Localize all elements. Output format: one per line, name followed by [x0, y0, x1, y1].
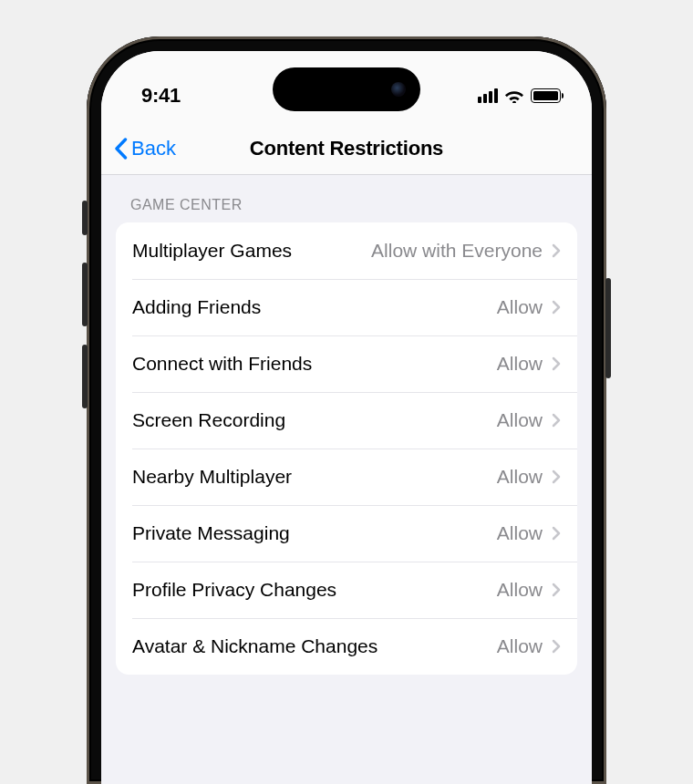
silence-switch: [82, 201, 88, 235]
chevron-left-icon: [114, 138, 128, 160]
chevron-right-icon: [552, 413, 561, 428]
screen: 9:41 Bac: [101, 51, 592, 784]
settings-list: Multiplayer Games Allow with Everyone Ad…: [116, 222, 577, 675]
front-camera-icon: [391, 82, 406, 97]
back-button[interactable]: Back: [114, 137, 176, 160]
row-label: Adding Friends: [132, 296, 497, 318]
content-area: GAME CENTER Multiplayer Games Allow with…: [101, 175, 592, 675]
row-label: Screen Recording: [132, 409, 497, 431]
row-nearby-multiplayer[interactable]: Nearby Multiplayer Allow: [116, 449, 577, 505]
row-multiplayer-games[interactable]: Multiplayer Games Allow with Everyone: [116, 222, 577, 279]
row-value: Allow: [497, 296, 543, 318]
status-time: 9:41: [141, 84, 181, 108]
row-value: Allow: [497, 409, 543, 431]
dynamic-island: [273, 67, 420, 111]
row-label: Multiplayer Games: [132, 240, 371, 262]
navigation-bar: Back Content Restrictions: [101, 122, 592, 175]
section-header: GAME CENTER: [101, 197, 592, 222]
chevron-right-icon: [552, 243, 561, 258]
row-value: Allow: [497, 579, 543, 601]
battery-icon: [531, 88, 561, 103]
row-label: Avatar & Nickname Changes: [132, 635, 497, 657]
volume-down-button: [82, 345, 88, 408]
row-label: Profile Privacy Changes: [132, 579, 497, 601]
volume-up-button: [82, 263, 88, 326]
chevron-right-icon: [552, 639, 561, 654]
row-value: Allow: [497, 466, 543, 488]
row-value: Allow: [497, 522, 543, 544]
power-button: [605, 278, 611, 378]
device-frame: 9:41 Bac: [0, 0, 693, 784]
row-connect-with-friends[interactable]: Connect with Friends Allow: [116, 335, 577, 392]
row-value: Allow: [497, 635, 543, 657]
row-label: Private Messaging: [132, 522, 497, 544]
row-value: Allow with Everyone: [371, 240, 543, 262]
cellular-signal-icon: [478, 88, 498, 103]
status-icons: [478, 88, 561, 103]
row-profile-privacy-changes[interactable]: Profile Privacy Changes Allow: [116, 562, 577, 618]
chevron-right-icon: [552, 526, 561, 541]
chevron-right-icon: [552, 300, 561, 315]
row-adding-friends[interactable]: Adding Friends Allow: [116, 279, 577, 335]
phone-body: 9:41 Bac: [87, 36, 606, 784]
chevron-right-icon: [552, 356, 561, 371]
row-avatar-nickname-changes[interactable]: Avatar & Nickname Changes Allow: [116, 618, 577, 675]
chevron-right-icon: [552, 583, 561, 597]
row-screen-recording[interactable]: Screen Recording Allow: [116, 392, 577, 449]
row-value: Allow: [497, 353, 543, 375]
row-label: Nearby Multiplayer: [132, 466, 497, 488]
row-private-messaging[interactable]: Private Messaging Allow: [116, 505, 577, 562]
chevron-right-icon: [552, 469, 561, 484]
row-label: Connect with Friends: [132, 353, 497, 375]
wifi-icon: [504, 88, 524, 103]
back-label: Back: [131, 137, 176, 160]
